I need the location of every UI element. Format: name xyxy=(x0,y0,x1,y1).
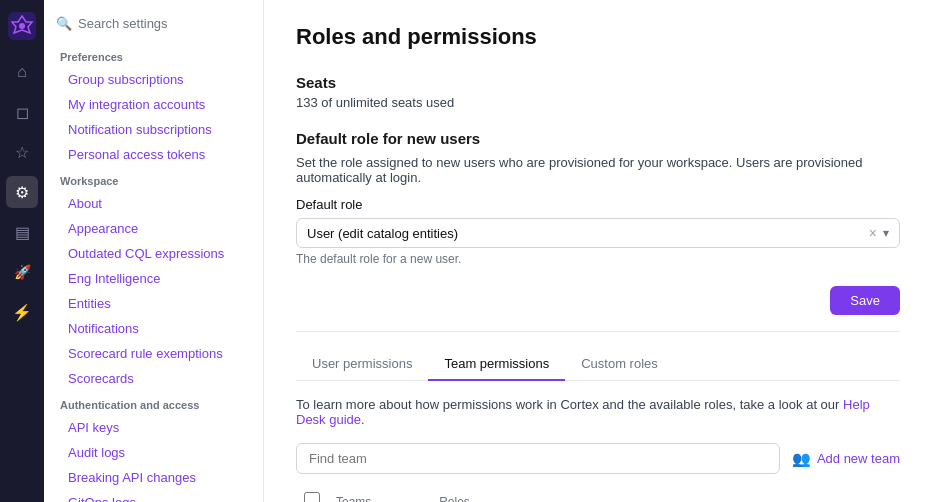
sidebar-item-notification-subscriptions[interactable]: Notification subscriptions xyxy=(44,117,263,142)
teams-table: Teams Roles Engineering Admin (full ac xyxy=(296,486,900,502)
sidebar-item-appearance[interactable]: Appearance xyxy=(44,216,263,241)
default-role-hint: The default role for a new user. xyxy=(296,252,900,266)
search-icon: 🔍 xyxy=(56,16,72,31)
help-text: To learn more about how permissions work… xyxy=(296,397,900,427)
home-nav-icon[interactable]: ⌂ xyxy=(6,56,38,88)
sidebar: 🔍 Search settings Preferences Group subs… xyxy=(44,0,264,502)
sidebar-item-audit-logs[interactable]: Audit logs xyxy=(44,440,263,465)
logo xyxy=(8,12,36,40)
tab-custom-roles[interactable]: Custom roles xyxy=(565,348,674,381)
add-team-icon: 👥 xyxy=(792,450,811,468)
save-button[interactable]: Save xyxy=(830,286,900,315)
search-bar[interactable]: 🔍 Search settings xyxy=(44,12,263,43)
teams-column-header: Teams xyxy=(328,486,431,502)
default-role-value: User (edit catalog entities) xyxy=(307,226,869,241)
default-role-desc: Set the role assigned to new users who a… xyxy=(296,155,900,185)
sidebar-item-entities[interactable]: Entities xyxy=(44,291,263,316)
sidebar-item-scorecards[interactable]: Scorecards xyxy=(44,366,263,391)
sidebar-item-group-subscriptions[interactable]: Group subscriptions xyxy=(44,67,263,92)
add-team-button[interactable]: 👥 Add new team xyxy=(792,450,900,468)
find-team-input[interactable] xyxy=(296,443,780,474)
select-all-header xyxy=(296,486,328,502)
page-title: Roles and permissions xyxy=(296,24,900,50)
find-team-row: 👥 Add new team xyxy=(296,443,900,474)
section-label-workspace: Workspace xyxy=(44,167,263,191)
default-role-section: Default role for new users Set the role … xyxy=(296,130,900,266)
sidebar-item-breaking-api[interactable]: Breaking API changes xyxy=(44,465,263,490)
default-role-select[interactable]: User (edit catalog entities) × ▾ xyxy=(296,218,900,248)
divider xyxy=(296,331,900,332)
sidebar-item-my-integration-accounts[interactable]: My integration accounts xyxy=(44,92,263,117)
sidebar-item-eng-intelligence[interactable]: Eng Intelligence xyxy=(44,266,263,291)
help-text-before: To learn more about how permissions work… xyxy=(296,397,843,412)
default-role-field-label: Default role xyxy=(296,197,900,212)
bolt-nav-icon[interactable]: ⚡ xyxy=(6,296,38,328)
tab-team-permissions[interactable]: Team permissions xyxy=(428,348,565,381)
chevron-down-icon: ▾ xyxy=(883,226,889,240)
page-nav-icon[interactable]: ▤ xyxy=(6,216,38,248)
sidebar-item-gitops-logs[interactable]: GitOps logs xyxy=(44,490,263,502)
section-label-auth: Authentication and access xyxy=(44,391,263,415)
main-content: Roles and permissions Seats 133 of unlim… xyxy=(264,0,932,502)
sidebar-item-notifications[interactable]: Notifications xyxy=(44,316,263,341)
clear-role-button[interactable]: × xyxy=(869,225,877,241)
box-nav-icon[interactable]: ◻ xyxy=(6,96,38,128)
sidebar-item-scorecard-rule-exemptions[interactable]: Scorecard rule exemptions xyxy=(44,341,263,366)
actions-column-header xyxy=(780,486,900,502)
star-nav-icon[interactable]: ☆ xyxy=(6,136,38,168)
section-label-preferences: Preferences xyxy=(44,43,263,67)
add-team-label: Add new team xyxy=(817,451,900,466)
sidebar-item-api-keys[interactable]: API keys xyxy=(44,415,263,440)
permissions-tabs: User permissions Team permissions Custom… xyxy=(296,348,900,381)
nav-rail: ⌂ ◻ ☆ ⚙ ▤ 🚀 ⚡ xyxy=(0,0,44,502)
roles-column-header: Roles xyxy=(431,486,780,502)
sidebar-item-outdated-cql[interactable]: Outdated CQL expressions xyxy=(44,241,263,266)
help-text-after: . xyxy=(361,412,365,427)
select-all-checkbox[interactable] xyxy=(304,492,320,502)
rocket-nav-icon[interactable]: 🚀 xyxy=(6,256,38,288)
default-role-title: Default role for new users xyxy=(296,130,900,147)
search-label: Search settings xyxy=(78,16,168,31)
svg-point-1 xyxy=(19,23,25,29)
seats-title: Seats xyxy=(296,74,900,91)
sidebar-item-about[interactable]: About xyxy=(44,191,263,216)
tab-user-permissions[interactable]: User permissions xyxy=(296,348,428,381)
sidebar-item-personal-access-tokens[interactable]: Personal access tokens xyxy=(44,142,263,167)
settings-nav-icon[interactable]: ⚙ xyxy=(6,176,38,208)
seats-count: 133 of unlimited seats used xyxy=(296,95,900,110)
